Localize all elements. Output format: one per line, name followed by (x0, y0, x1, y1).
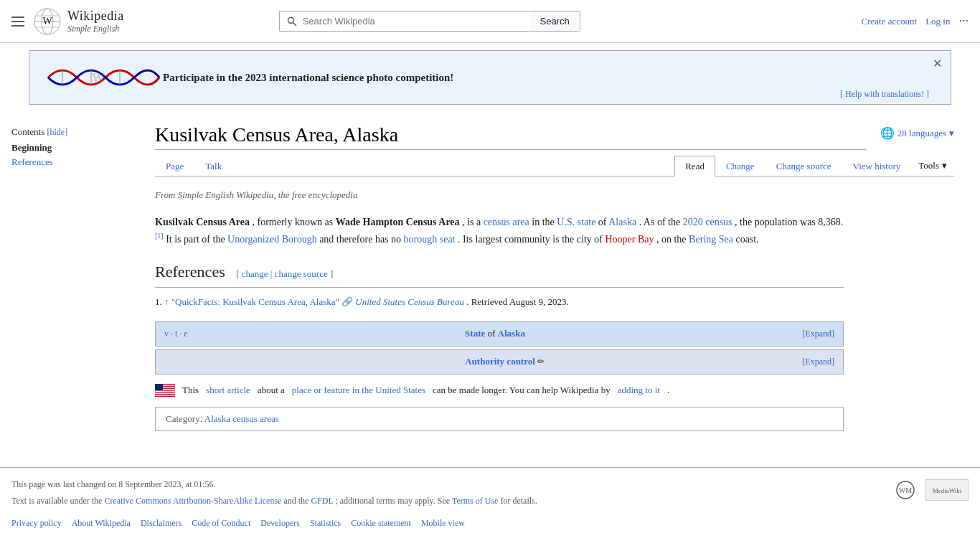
toc-item-references: References (11, 156, 141, 168)
link-unorg-borough[interactable]: Unorganized Borough (227, 234, 317, 245)
stub-short-article-link[interactable]: short article (206, 383, 250, 398)
tab-page[interactable]: Page (155, 156, 194, 176)
article-text-10: , on the (656, 234, 689, 245)
tabs-left: Page Talk (155, 156, 232, 176)
site-name: Wikipedia Simple English (67, 9, 124, 34)
toc-item-beginning: Beginning (11, 142, 141, 154)
header-right: Create account Log in ··· (862, 14, 969, 29)
footer-gfdl-link[interactable]: GFDL (311, 496, 333, 506)
footer-conduct-link[interactable]: Code of Conduct (192, 518, 250, 529)
sidebar-contents-header: Contents [hide] (11, 126, 141, 138)
category-link[interactable]: Alaska census areas (204, 413, 279, 424)
footer-developers-link[interactable]: Developers (260, 518, 300, 529)
tab-view-history[interactable]: View history (842, 156, 912, 176)
authority-expand-button[interactable]: [Expand] (802, 355, 834, 369)
search-button[interactable]: Search (529, 11, 580, 32)
authority-title: Authority control ✏ (465, 354, 545, 369)
mediawiki-logo: MediaWiki (925, 479, 969, 501)
search-form: Search (279, 11, 580, 32)
sidebar-beginning-link[interactable]: Beginning (11, 142, 141, 154)
site-subtitle: Simple English (67, 24, 124, 34)
languages-count: 28 languages (897, 128, 946, 139)
stub-place-link[interactable]: place or feature in the United States (292, 383, 425, 398)
banner-help-link[interactable]: [ Help with translations! ] (840, 89, 929, 100)
article-text-5: . As of the (639, 217, 683, 227)
article-header: Kusilvak Census Area, Alaska 🌐 28 langua… (155, 123, 954, 150)
svg-text:WM: WM (899, 486, 912, 494)
footer-about-link[interactable]: About Wikipedia (72, 518, 131, 529)
ref-link-1[interactable]: [1] (155, 232, 164, 240)
references-edit-links: [ change | change source ] (236, 268, 333, 279)
tabs-right: Read Change Change source View history T… (674, 156, 954, 176)
svg-text:W: W (93, 71, 105, 85)
footer-terms-link[interactable]: Terms of Use (452, 496, 498, 506)
link-borough-seat[interactable]: borough seat (404, 234, 456, 245)
footer-disclaimers-link[interactable]: Disclaimers (141, 518, 182, 529)
tabs: Page Talk Read Change Change source View… (155, 156, 954, 176)
vte-expand-button[interactable]: [Expand] (802, 327, 834, 341)
stub-text-2: about a (258, 383, 285, 398)
ref-num: 1. (155, 296, 164, 307)
footer: WM MediaWiki This page was last changed … (0, 467, 980, 536)
article-text-3: in the (532, 217, 557, 227)
sidebar-references-link[interactable]: References (11, 156, 141, 168)
ref-list: 1. ↑ "QuickFacts: Kusilvak Census Area, … (155, 295, 844, 310)
category-label: Category: (166, 413, 202, 424)
banner-close-button[interactable]: ✕ (933, 57, 942, 70)
stub-notice: This short article about a place or feat… (155, 383, 844, 398)
link-us-state[interactable]: U.S. state (557, 217, 595, 227)
vte-alaska-link[interactable]: Alaska (498, 328, 525, 339)
chevron-down-icon: ▾ (949, 128, 954, 139)
link-alaska[interactable]: Alaska (608, 217, 636, 227)
search-input[interactable] (279, 11, 530, 32)
footer-cc-link[interactable]: Creative Commons Attribution-ShareAlike … (104, 496, 281, 506)
tab-read[interactable]: Read (674, 156, 715, 176)
tools-dropdown-button[interactable]: Tools ▾ (911, 156, 954, 176)
article-paragraph-1: Kusilvak Census Area , formerly known as… (155, 215, 844, 248)
tab-change-source[interactable]: Change source (765, 156, 842, 176)
languages-button[interactable]: 🌐 28 languages ▾ (880, 126, 954, 140)
link-hooper-bay[interactable]: Hooper Bay (605, 234, 654, 245)
more-menu-icon[interactable]: ··· (958, 14, 969, 29)
authority-link[interactable]: Authority control (465, 356, 535, 367)
footer-mobile-link[interactable]: Mobile view (421, 518, 465, 529)
wikipedia-logo[interactable]: W (33, 7, 62, 36)
authority-edit-icon[interactable]: ✏ (537, 357, 545, 367)
menu-icon[interactable] (11, 17, 24, 27)
authority-table: Authority control ✏ [Expand] (155, 349, 844, 375)
references-edit-link[interactable]: [ change | change source ] (236, 268, 333, 279)
references-heading: References [ change | change source ] (155, 259, 844, 288)
login-link[interactable]: Log in (925, 16, 950, 27)
footer-statistics-link[interactable]: Statistics (310, 518, 341, 529)
chevron-down-icon: ▾ (942, 160, 947, 171)
footer-license: Text is available under the Creative Com… (11, 496, 969, 507)
ref-sup-1[interactable]: [1] (155, 232, 164, 240)
article-title: Kusilvak Census Area, Alaska (155, 123, 866, 150)
article-text-11: coast. (735, 234, 758, 245)
vte-state-link[interactable]: State (465, 328, 485, 339)
banner-graphic: W (41, 60, 163, 95)
article-text-6: , the population was 8,368. (735, 217, 843, 227)
logo-area: W Wikipedia Simple English (33, 7, 124, 36)
footer-privacy-link[interactable]: Privacy policy (11, 518, 62, 529)
ref-external-icon: 🔗 (341, 296, 355, 307)
stub-text-1: This (182, 383, 199, 398)
article-text-8: and therefore has no (319, 234, 403, 245)
tab-talk[interactable]: Talk (194, 156, 232, 176)
ref-retrieved-text: . Retrieved August 9, 2023. (466, 296, 569, 307)
header: W Wikipedia Simple English Search Create… (0, 0, 980, 43)
link-census-area[interactable]: census area (484, 217, 529, 227)
vte-links[interactable]: v · t · e (164, 327, 188, 341)
ref-census-bureau-link[interactable]: United States Census Bureau (355, 296, 464, 307)
footer-last-changed: This page was last changed on 8 Septembe… (11, 479, 969, 490)
ref-quickfacts-link[interactable]: "QuickFacts: Kusilvak Census Area, Alask… (171, 296, 339, 307)
stub-adding-link[interactable]: adding to it (618, 383, 660, 398)
ref-up-arrow[interactable]: ↑ (164, 296, 169, 307)
sidebar-hide-link[interactable]: [hide] (47, 127, 67, 137)
tab-change[interactable]: Change (715, 156, 765, 176)
link-bering-sea[interactable]: Bering Sea (689, 234, 733, 245)
article-bold-1: Kusilvak Census Area (155, 217, 250, 227)
footer-cookie-link[interactable]: Cookie statement (351, 518, 411, 529)
create-account-link[interactable]: Create account (862, 16, 918, 27)
link-2020-census[interactable]: 2020 census (683, 217, 732, 227)
